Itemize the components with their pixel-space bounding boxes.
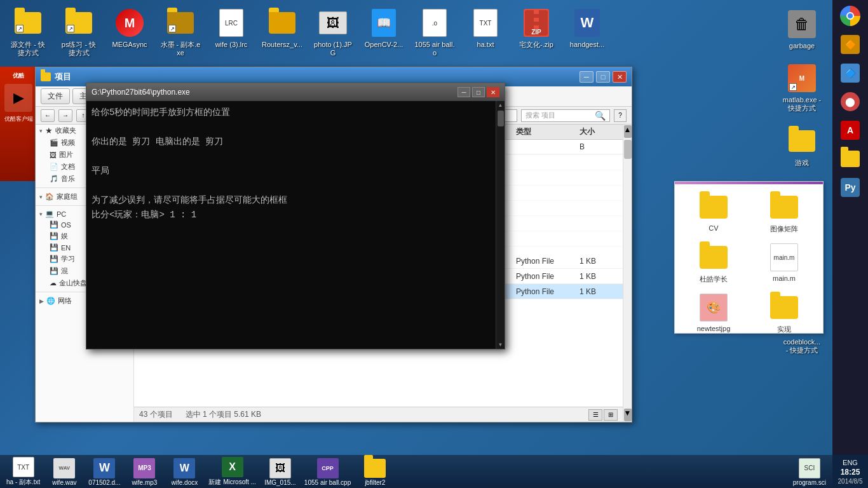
- taskbar-item-wife-mp3[interactable]: MP3 wife.mp3: [125, 456, 163, 487]
- side-taskbar: 🔶 🔷 ⬤ A Py: [832, 0, 868, 456]
- 071502-icon: W: [93, 458, 115, 478]
- search-box[interactable]: 搜索 项目 🔍: [521, 109, 610, 122]
- desktop-icon-garbage[interactable]: 🗑 garbage: [779, 6, 825, 53]
- desktop-icon-routersz[interactable]: Routersz_v...: [259, 5, 305, 51]
- desktop-icon-ha-txt[interactable]: TXT ha.txt: [463, 5, 508, 51]
- desktop-icons-top: ↗ 源文件 - 快 捷方式 ↗ ps练习 - 快 捷方式 M MEGAsync: [5, 5, 610, 60]
- taskbar-item-ha[interactable]: TXT ha - 副本.txt: [3, 455, 43, 488]
- file-size-laplase: 1 KB: [580, 257, 618, 266]
- excel-icon: X: [222, 457, 243, 477]
- youku-logo-area[interactable]: ▶: [4, 84, 32, 112]
- desktop-icon-megasync[interactable]: M MEGAsync: [107, 5, 153, 51]
- desktop-icon-airball[interactable]: .o 1055 air ball.o: [412, 5, 458, 60]
- help-button[interactable]: ?: [614, 109, 627, 122]
- shixian-folder-icon: [770, 296, 798, 319]
- txt-file-icon: TXT: [473, 9, 498, 37]
- desktop-icon-handgest[interactable]: W handgest...: [564, 5, 610, 51]
- cv-folder-icon: [700, 196, 728, 219]
- panel-item-shixian[interactable]: 实现: [750, 290, 818, 334]
- taskbar-item-wife-docx[interactable]: W wife.docx: [165, 456, 203, 487]
- taskbar-item-airball-cpp[interactable]: CPP 1055 air ball.cpp: [301, 456, 354, 487]
- forward-button[interactable]: →: [58, 109, 72, 122]
- console-maximize-btn[interactable]: □: [472, 87, 485, 97]
- scroll-up-arrow[interactable]: ▲: [624, 125, 632, 138]
- minimize-button[interactable]: ─: [580, 71, 593, 83]
- study-label: 学习: [61, 254, 75, 264]
- image-matrix-folder-icon: [770, 196, 798, 219]
- taskbar-item-img015[interactable]: 🖼 IMG_015...: [261, 456, 299, 487]
- megasync-icon: M: [116, 9, 144, 37]
- matlab-icon-wrap: M ↗: [788, 64, 816, 92]
- panel-item-image-matrix[interactable]: 图像矩阵: [750, 189, 818, 236]
- desktop-icon-water[interactable]: ↗ 水墨 - 副本.exe: [158, 5, 203, 60]
- desktop-icon-opencv[interactable]: 📖 OpenCV-2...: [361, 5, 407, 51]
- scroll-thumb[interactable]: [624, 140, 632, 159]
- scroll-down-arrow[interactable]: ▼: [624, 409, 632, 421]
- side-icon-4[interactable]: ⬤: [837, 89, 863, 114]
- right-scrollbar[interactable]: ▲ ▼: [623, 125, 632, 422]
- panel-item-duhaoxuechang[interactable]: 杜皓学长: [680, 240, 747, 287]
- view-grid-btn[interactable]: ⊞: [604, 409, 618, 421]
- favorites-label: 收藏夹: [55, 126, 76, 135]
- desktop-icon-photo[interactable]: 🖼 photo (1).JPG: [310, 5, 356, 60]
- side-icon-chrome[interactable]: [837, 3, 863, 29]
- col-type[interactable]: 类型: [516, 126, 580, 137]
- maximize-button[interactable]: □: [596, 71, 610, 83]
- desktop-icon-matlab[interactable]: M ↗ matlab.exe - 快捷方式: [779, 60, 825, 115]
- scroll-thumb-console[interactable]: [498, 111, 504, 126]
- taskbar-item-new-ms[interactable]: X 新建 Microsoft ...: [205, 455, 259, 488]
- ha-txt-icon: TXT: [13, 457, 34, 477]
- duhao-folder-icon: [700, 246, 728, 269]
- pictures-label: 图片: [59, 150, 73, 159]
- taskbar-item-jbfilter2[interactable]: jbfilter2: [356, 456, 394, 487]
- console-scrollbar[interactable]: ▲ ▼: [496, 101, 505, 349]
- desktop-icon-source-files[interactable]: ↗ 源文件 - 快 捷方式: [5, 5, 51, 60]
- expand-icon-4: ▶: [39, 298, 44, 304]
- disk-icon-3: 💾: [50, 243, 58, 252]
- panel-item-newtest[interactable]: 🎨 newtestjpg: [680, 290, 747, 334]
- video-icon: 🎬: [50, 139, 58, 147]
- col-size[interactable]: 大小: [580, 126, 618, 137]
- system-tray: ENG 18:25 2014/8/5: [832, 455, 868, 488]
- photo-icon: 🖼: [319, 11, 347, 34]
- side-icon-3[interactable]: 🔷: [837, 60, 863, 86]
- youku-client-label: 优酷客户端: [3, 114, 34, 125]
- file-count: 43 个项目: [139, 409, 173, 420]
- sci-icon: SCI: [799, 458, 820, 478]
- side-icon-acrobat[interactable]: A: [837, 118, 863, 143]
- desktop-icon-home-culture[interactable]: ZIP 宅文化-.zip: [513, 5, 559, 51]
- side-icon-3-img: 🔷: [841, 64, 860, 83]
- taskbar-item-wife-wav[interactable]: WAV wife.wav: [45, 456, 83, 487]
- panel-item-cv[interactable]: CV: [680, 189, 747, 236]
- side-icon-python[interactable]: Py: [837, 175, 863, 200]
- svg-rect-4: [534, 22, 539, 25]
- close-button[interactable]: ✕: [613, 71, 627, 83]
- svg-rect-1: [534, 10, 539, 14]
- disk-icon: 💾: [50, 220, 58, 229]
- side-icon-2[interactable]: 🔶: [837, 32, 863, 57]
- toolbar-file-btn[interactable]: 文件: [41, 88, 70, 104]
- disk-icon-4: 💾: [50, 255, 58, 263]
- console-line-1: 给你5秒的时间把手放到方框的位置: [92, 106, 491, 119]
- desktop-icon-wife-lrc[interactable]: LRC wife (3).lrc: [208, 5, 254, 51]
- video-label: 视频: [61, 138, 75, 147]
- search-icon[interactable]: 🔍: [595, 111, 606, 121]
- taskbar-item-program-sci[interactable]: SCI program.sci: [790, 456, 829, 487]
- newtest-img-icon: 🎨: [700, 294, 728, 322]
- cpp-icon: CPP: [317, 458, 339, 478]
- console-close-btn[interactable]: ✕: [487, 87, 499, 97]
- docs-icon: 📄: [50, 163, 58, 171]
- back-button[interactable]: ←: [41, 109, 55, 122]
- svg-text:ZIP: ZIP: [531, 29, 541, 36]
- console-minimize-btn[interactable]: ─: [458, 87, 470, 97]
- scroll-down[interactable]: ▼: [496, 341, 505, 349]
- desktop-icon-game[interactable]: 游戏: [779, 123, 825, 170]
- desktop-icon-ps-practice[interactable]: ↗ ps练习 - 快 捷方式: [56, 5, 102, 60]
- scroll-up[interactable]: ▲: [496, 101, 505, 109]
- panel-item-main-m[interactable]: main.m main.m: [750, 240, 818, 287]
- img-icon: 🖼: [269, 458, 291, 478]
- view-list-btn[interactable]: ☰: [588, 409, 602, 421]
- side-icon-folder[interactable]: [837, 146, 863, 172]
- taskbar-item-071502[interactable]: W 071502.d...: [85, 456, 123, 487]
- file-type-sobel: Python File: [516, 272, 580, 281]
